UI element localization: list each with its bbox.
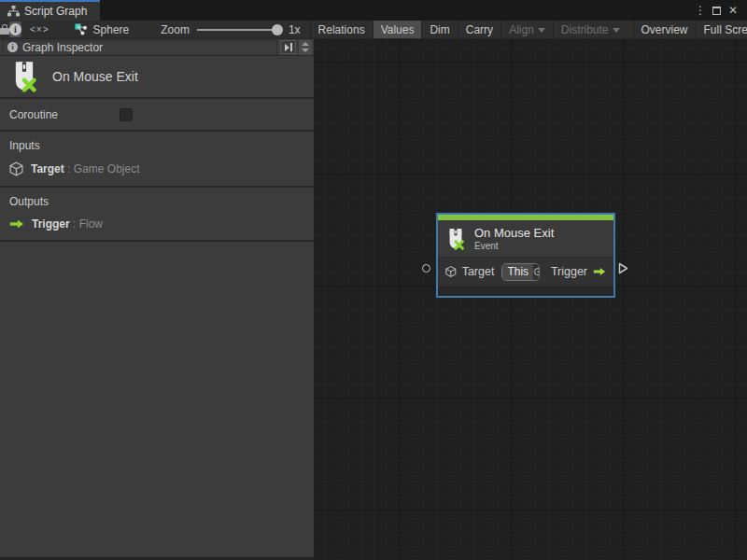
zoom-slider-track[interactable] xyxy=(197,29,281,31)
event-header: On Mouse Exit xyxy=(0,56,314,99)
info-icon: i xyxy=(9,23,21,35)
maximize-icon[interactable] xyxy=(712,7,721,15)
target-value[interactable]: This xyxy=(502,264,533,280)
game-object-icon xyxy=(9,161,23,176)
arrow-up-icon xyxy=(302,42,309,46)
game-object-icon xyxy=(445,264,457,279)
graph-object-breadcrumb[interactable]: Sphere xyxy=(58,21,141,38)
toolbar-buttons: Relations Values Dim Carry Align Distrib… xyxy=(310,21,747,38)
info-icon: i xyxy=(7,42,18,52)
tab-label: Script Graph xyxy=(24,5,87,18)
dock-arrow-icon xyxy=(285,44,289,51)
inspector-toggle-button[interactable]: i xyxy=(9,21,21,37)
zoom-label: Zoom xyxy=(161,23,190,36)
target-port-label: Target xyxy=(462,265,495,278)
window-controls: ⋮ ✕ xyxy=(694,0,747,21)
node-subtitle: Event xyxy=(474,241,554,251)
input-type: : Game Object xyxy=(67,162,139,175)
graph-inspector-title: Graph Inspector xyxy=(22,41,103,54)
overview-button[interactable]: Overview xyxy=(633,21,696,38)
graph-inspector-titlebox: i Graph Inspector xyxy=(2,40,277,55)
coroutine-checkbox[interactable] xyxy=(120,108,133,121)
input-target-row: Target : Game Object xyxy=(9,161,304,176)
tab-bar: Script Graph ⋮ ✕ xyxy=(0,0,747,21)
event-title: On Mouse Exit xyxy=(52,69,138,84)
output-trigger-row: Trigger : Flow xyxy=(9,217,304,231)
object-picker-icon[interactable]: ⊙ xyxy=(533,264,540,280)
carry-button[interactable]: Carry xyxy=(458,21,500,38)
graph-inspector-panel: i Graph Inspector On Mouse Exit xyxy=(0,39,314,557)
align-button[interactable]: Align xyxy=(500,21,553,38)
dim-button[interactable]: Dim xyxy=(421,21,457,38)
dropdown-caret-icon xyxy=(538,28,545,33)
relations-button[interactable]: Relations xyxy=(310,21,373,38)
target-object-picker[interactable]: This ⊙ xyxy=(501,263,540,281)
node-title: On Mouse Exit xyxy=(474,226,554,240)
on-mouse-exit-node[interactable]: On Mouse Exit Event Target This ⊙ Trigge… xyxy=(436,213,615,298)
close-icon[interactable]: ✕ xyxy=(726,4,740,17)
arrow-down-icon xyxy=(302,49,309,52)
distribute-button[interactable]: Distribute xyxy=(553,21,627,38)
values-button[interactable]: Values xyxy=(373,21,422,38)
trigger-arrow-icon[interactable] xyxy=(593,266,606,277)
script-graph-asset-icon xyxy=(75,23,88,35)
code-icon: <×> xyxy=(30,24,49,35)
lock-icon xyxy=(0,24,9,35)
dropdown-caret-icon xyxy=(613,28,620,33)
edit-script-button[interactable]: <×> xyxy=(21,21,58,38)
flow-arrow-icon xyxy=(9,218,24,230)
input-name: Target xyxy=(31,162,64,175)
output-type: : Flow xyxy=(73,217,103,231)
lock-button[interactable] xyxy=(0,21,9,38)
node-footer xyxy=(438,286,613,296)
panel-scroll-spinner[interactable] xyxy=(299,40,312,55)
graph-inspector-header: i Graph Inspector xyxy=(0,39,314,56)
zoom-slider[interactable] xyxy=(197,21,281,39)
graph-toolbar: i <×> Sphere Zoom 1x Relations xyxy=(0,21,747,39)
node-output-edge-port[interactable] xyxy=(618,262,628,274)
mouse-exit-icon xyxy=(9,61,39,92)
outputs-section: Outputs Trigger : Flow xyxy=(0,188,314,242)
graph-object-label: Sphere xyxy=(93,23,130,36)
coroutine-row: Coroutine xyxy=(0,99,314,132)
node-port-row: Target This ⊙ Trigger xyxy=(438,257,613,286)
inputs-section: Inputs Target : Game Object xyxy=(0,132,314,188)
zoom-slider-knob[interactable] xyxy=(272,24,283,35)
script-graph-window: Script Graph ⋮ ✕ i <×> Sp xyxy=(0,0,747,560)
zoom-control: Zoom 1x xyxy=(140,21,307,38)
full-screen-button[interactable]: Full Screen xyxy=(696,21,747,38)
coroutine-label: Coroutine xyxy=(9,108,120,121)
mouse-exit-icon xyxy=(445,228,466,250)
script-graph-icon xyxy=(7,6,20,17)
graph-canvas[interactable]: On Mouse Exit Event Target This ⊙ Trigge… xyxy=(314,39,747,560)
tab-script-graph[interactable]: Script Graph xyxy=(0,0,100,21)
node-header[interactable]: On Mouse Exit Event xyxy=(438,220,613,257)
trigger-port-label: Trigger xyxy=(551,265,587,278)
menu-icon[interactable]: ⋮ xyxy=(694,4,707,17)
output-name: Trigger xyxy=(32,217,70,231)
inputs-heading: Inputs xyxy=(9,139,304,152)
dock-panel-button[interactable] xyxy=(280,40,296,54)
node-input-edge-port[interactable] xyxy=(422,264,430,273)
zoom-value: 1x xyxy=(289,23,301,36)
outputs-heading: Outputs xyxy=(9,195,304,208)
